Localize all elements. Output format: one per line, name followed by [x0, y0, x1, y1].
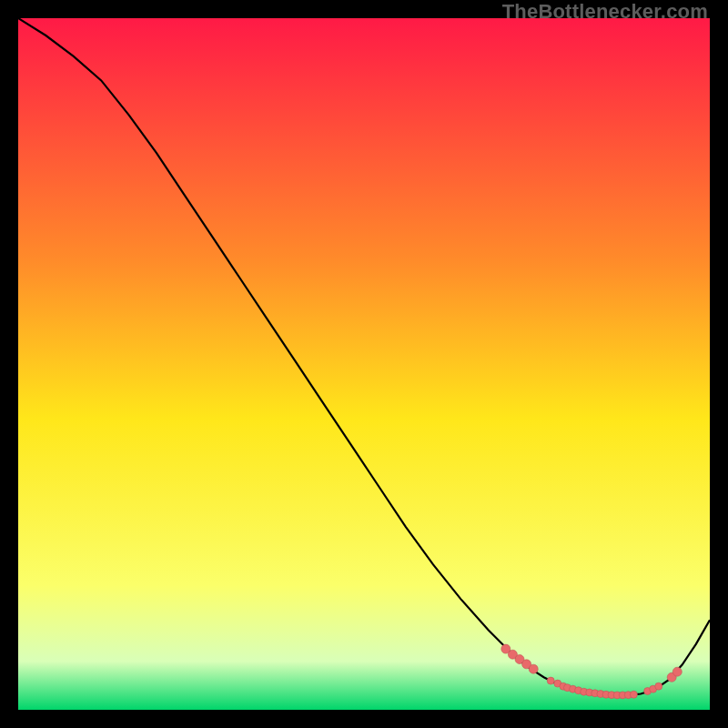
marker-dot: [547, 677, 554, 684]
watermark-text: TheBottlenecker.com: [502, 0, 708, 24]
marker-dot: [655, 682, 662, 690]
marker-dot: [672, 667, 682, 676]
marker-dot: [529, 664, 538, 673]
marker-dot: [630, 691, 637, 698]
heat-gradient: [18, 18, 710, 710]
bottleneck-chart: [18, 18, 710, 710]
chart-frame: TheBottlenecker.com: [0, 0, 728, 728]
